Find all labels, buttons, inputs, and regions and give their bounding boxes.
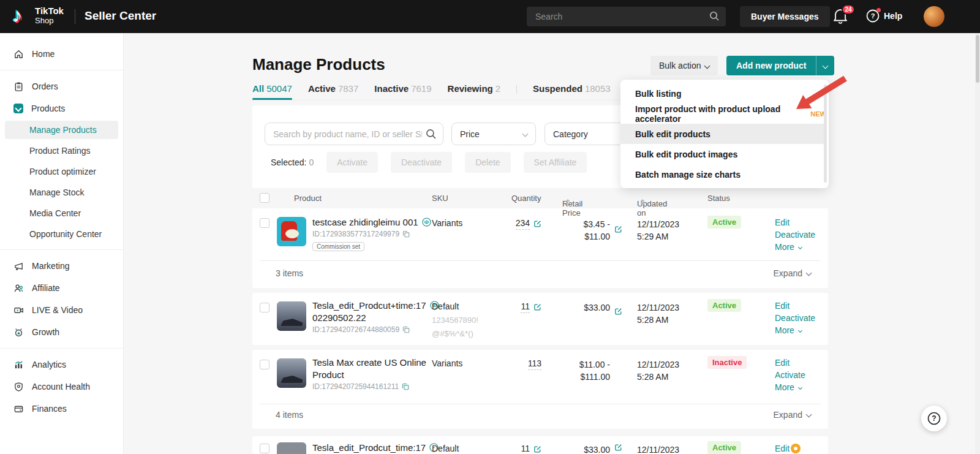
sidebar-item-media-center[interactable]: Media Center — [0, 203, 123, 224]
global-search-input[interactable] — [527, 7, 726, 26]
row-checkbox[interactable] — [260, 444, 270, 453]
price-line1: $33.00 — [535, 301, 610, 314]
sku-sub: 1234567890! — [432, 316, 478, 325]
sidebar-item-orders[interactable]: Orders — [0, 75, 123, 97]
edit-icon[interactable] — [614, 444, 622, 453]
menu-item-copy-products[interactable]: Copy products from other platforms — [620, 184, 826, 188]
chevron-down-icon — [806, 270, 812, 276]
sidebar-item-analytics[interactable]: Analytics — [0, 354, 123, 376]
menu-item-batch-manage-size-charts[interactable]: Batch manage size charts — [620, 164, 826, 184]
add-new-product-dropdown-toggle[interactable] — [816, 56, 834, 75]
set-affiliate-button[interactable]: Set Affiliate — [524, 152, 587, 173]
quantity-value[interactable]: 234 — [516, 218, 530, 230]
tab-active[interactable]: Active7837 — [308, 83, 358, 100]
menu-item-bulk-edit-product-images[interactable]: Bulk edit product images — [620, 144, 826, 164]
sidebar-item-manage-products[interactable]: Manage Products — [5, 121, 118, 139]
sidebar-item-home[interactable]: Home — [0, 43, 123, 65]
product-image[interactable] — [277, 358, 306, 388]
product-id: ID:1729420726744880059 — [312, 325, 399, 334]
sidebar-item-growth[interactable]: Growth — [0, 321, 123, 343]
deactivate-button[interactable]: Deactivate — [391, 152, 452, 173]
more-link[interactable]: More — [775, 324, 815, 336]
deactivate-link[interactable]: Deactivate — [775, 229, 815, 241]
tab-all[interactable]: All50047 — [252, 83, 292, 100]
product-search-input[interactable] — [265, 123, 443, 145]
select-all-checkbox[interactable] — [260, 193, 270, 203]
scrollbar-thumb[interactable] — [976, 35, 979, 83]
floating-help-button[interactable]: ? — [921, 406, 947, 431]
more-link[interactable]: More — [775, 241, 815, 253]
sidebar-item-affiliate[interactable]: Affiliate — [0, 277, 123, 299]
delete-button[interactable]: Delete — [465, 152, 510, 173]
product-image[interactable] — [277, 217, 306, 246]
sidebar-item-product-optimizer[interactable]: Product optimizer — [0, 161, 123, 182]
tab-suspended[interactable]: Suspended18053 — [533, 83, 611, 100]
product-image[interactable] — [277, 301, 306, 331]
commission-set-badge: Commission set — [312, 242, 364, 251]
sidebar-item-marketing[interactable]: Marketing — [0, 255, 123, 277]
sort-icon[interactable] — [640, 199, 645, 205]
chevron-down-icon — [798, 385, 802, 390]
status-badge: Active — [707, 441, 741, 454]
bulk-action-button[interactable]: Bulk action — [650, 56, 718, 75]
product-title[interactable]: Tesla Max create US Online — [312, 357, 426, 368]
edit-link[interactable]: Edit — [775, 357, 805, 369]
sidebar-item-finances[interactable]: Finances — [0, 398, 123, 420]
row-checkbox[interactable] — [260, 303, 270, 312]
product-title[interactable]: testcase zhidingleimu 001 — [312, 217, 418, 227]
product-title[interactable]: Tesla_edit_Prodcut+time:17 — [312, 300, 426, 311]
expand-button[interactable]: Expand — [774, 410, 811, 420]
edit-link[interactable]: Edit — [775, 216, 815, 229]
price-filter[interactable]: Price — [451, 123, 536, 145]
quantity-value[interactable]: 11 — [521, 444, 530, 454]
edit-link[interactable]: Edit — [775, 300, 815, 312]
people-icon — [13, 283, 24, 293]
edit-icon[interactable] — [614, 225, 622, 235]
wallet-icon — [13, 404, 24, 414]
logo-line1: TikTok — [35, 6, 64, 17]
edit-icon[interactable] — [614, 308, 622, 317]
sort-icon[interactable] — [565, 199, 570, 205]
sidebar-item-products[interactable]: Products — [0, 97, 123, 119]
expand-button[interactable]: Expand — [774, 268, 811, 278]
sidebar-item-manage-stock[interactable]: Manage Stock — [0, 182, 123, 203]
product-image[interactable] — [277, 442, 306, 454]
chevron-down-icon — [704, 62, 710, 69]
help-button[interactable]: ? Help — [866, 9, 902, 23]
sidebar-item-opportunity-center[interactable]: Opportunity Center — [0, 224, 123, 244]
chevron-down-icon — [806, 412, 812, 418]
chevron-down-icon — [798, 328, 802, 333]
sidebar-item-account-health[interactable]: Account Health — [0, 376, 123, 398]
search-icon[interactable] — [426, 129, 437, 142]
product-title[interactable]: Tesla_edit_Prodcut_time:17 — [312, 442, 426, 453]
copy-icon[interactable] — [402, 230, 410, 238]
more-link[interactable]: More — [775, 381, 805, 393]
activate-link[interactable]: Activate — [775, 369, 805, 381]
edit-link[interactable]: Edit — [775, 444, 790, 453]
page-title: Manage Products — [252, 55, 385, 74]
sidebar-divider — [0, 348, 123, 349]
tiktok-shop-logo[interactable]: TikTok Shop — [35, 6, 64, 25]
chevron-down-icon — [522, 131, 529, 137]
tab-reviewing[interactable]: Reviewing2 — [448, 83, 501, 100]
row-checkbox[interactable] — [260, 218, 270, 228]
quantity-value[interactable]: 11 — [521, 301, 530, 313]
sidebar-item-live-video[interactable]: LIVE & Video — [0, 299, 123, 321]
buyer-messages-button[interactable]: Buyer Messages — [740, 6, 830, 27]
tab-inactive[interactable]: Inactive7619 — [374, 83, 431, 100]
deactivate-link[interactable]: Deactivate — [775, 312, 815, 324]
page-scrollbar[interactable] — [975, 33, 980, 454]
preview-eye-icon[interactable] — [422, 218, 431, 227]
add-new-product-button[interactable]: Add new product — [726, 56, 816, 75]
user-avatar[interactable] — [924, 6, 944, 27]
menu-item-bulk-edit-products[interactable]: Bulk edit products — [620, 124, 826, 144]
activate-button[interactable]: Activate — [326, 152, 378, 173]
copy-icon[interactable] — [402, 383, 409, 390]
status-badge: Active — [707, 299, 741, 312]
row-checkbox[interactable] — [260, 360, 270, 369]
search-icon[interactable] — [709, 11, 720, 23]
notifications-button[interactable]: 24 — [833, 8, 851, 26]
copy-icon[interactable] — [402, 326, 410, 333]
sidebar-item-product-ratings[interactable]: Product Ratings — [0, 140, 123, 161]
updated-date: 12/11/2023 — [637, 301, 679, 314]
